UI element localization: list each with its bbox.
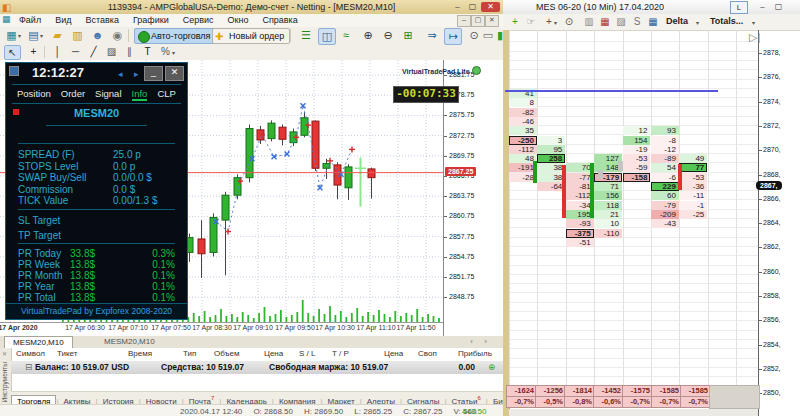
- broadcast-icon[interactable]: ◉: [110, 28, 125, 43]
- delta-cell[interactable]: 71: [594, 182, 622, 191]
- collapse-icon[interactable]: ⊟: [25, 361, 32, 374]
- maximize-button[interactable]: ▢: [466, 2, 479, 12]
- delta-cell[interactable]: -93: [566, 219, 594, 228]
- snapshot-icon[interactable]: S: [630, 15, 644, 29]
- delta-cell[interactable]: 156: [594, 191, 622, 200]
- vtp-tab-position[interactable]: Position: [17, 88, 51, 99]
- folder-icon[interactable]: ▰: [50, 28, 65, 43]
- delta-cell[interactable]: 95: [537, 145, 565, 154]
- toolbox-column-header[interactable]: Символ: [16, 349, 45, 358]
- cluster-minimize-button[interactable]: –: [756, 2, 769, 12]
- new-chart-dropdown-icon[interactable]: ▾: [18, 32, 21, 39]
- shift-chart-icon[interactable]: ⇒: [424, 28, 440, 43]
- delta-cell[interactable]: -112: [509, 145, 537, 154]
- new-chart-icon[interactable]: ▦: [4, 28, 19, 43]
- delta-cell[interactable]: -82: [509, 108, 537, 117]
- minimize-button[interactable]: –: [451, 2, 464, 12]
- virtualtradepad-panel[interactable]: 12:12:27 ◂ ▸ _ ✕ PositionOrderSignalInfo…: [5, 62, 188, 320]
- bars-chart-icon[interactable]: ☰: [298, 28, 314, 43]
- chart-tab[interactable]: MESM20,M10: [4, 336, 73, 348]
- delta-cell[interactable]: -46: [509, 117, 537, 126]
- table-icon[interactable]: ▦: [646, 15, 660, 29]
- delta-cell[interactable]: -89: [651, 154, 679, 163]
- market-depth-icon[interactable]: ▥: [70, 28, 85, 43]
- toolbox-column-header[interactable]: Цена: [264, 349, 283, 358]
- delta-cell[interactable]: -36: [679, 182, 707, 191]
- text-tool-icon[interactable]: T: [140, 45, 155, 58]
- toolbox-column-header[interactable]: S / L: [299, 349, 315, 358]
- bars-icon[interactable]: ▥: [582, 15, 596, 29]
- menu-Сервис[interactable]: Сервис: [176, 14, 221, 27]
- move-dropdown-icon[interactable]: ▾: [554, 19, 557, 26]
- profiles-icon[interactable]: ▤: [26, 28, 41, 43]
- delta-cell[interactable]: 258: [537, 154, 565, 163]
- candles-chart-icon[interactable]: ◫: [318, 28, 336, 45]
- toolbox-column-header[interactable]: Объем: [214, 349, 240, 358]
- channel-icon[interactable]: ∥: [122, 45, 137, 58]
- profiles-dropdown-icon[interactable]: ▾: [40, 32, 43, 39]
- delta-cell[interactable]: -250: [509, 136, 537, 145]
- delta-cell[interactable]: 118: [594, 201, 622, 210]
- menu-Вид[interactable]: Вид: [48, 14, 78, 27]
- cluster-titlebar[interactable]: MES 06-20 (10 Min) 17.04.2020 L – ▢: [503, 0, 800, 15]
- delta-cell[interactable]: -43: [651, 219, 679, 228]
- image-icon[interactable]: ▨: [614, 15, 628, 29]
- totals-dropdown[interactable]: Totals...: [710, 16, 743, 26]
- panel-minimize-button[interactable]: _: [144, 66, 163, 81]
- vtp-tab-clp[interactable]: CLP: [157, 88, 175, 99]
- toolbox-column-header[interactable]: Цена: [384, 349, 403, 358]
- delta-cell[interactable]: 35: [509, 126, 537, 135]
- crosshair-icon[interactable]: +: [26, 45, 41, 58]
- chart-tab[interactable]: MESM20,M10: [96, 336, 163, 347]
- fibo-icon[interactable]: ▨: [104, 45, 119, 58]
- line-chart-icon[interactable]: ≈: [338, 28, 354, 43]
- delta-cell[interactable]: -12: [651, 145, 679, 154]
- hand-icon[interactable]: ☞: [524, 15, 538, 29]
- close-button[interactable]: ✕: [481, 2, 500, 12]
- delta-cell[interactable]: -209: [651, 210, 679, 219]
- menu-Справка[interactable]: Справка: [255, 14, 304, 27]
- totals-dropdown-icon[interactable]: ▾: [752, 19, 755, 26]
- menu-Файл[interactable]: Файл: [12, 14, 48, 27]
- toolbox-column-header[interactable]: Тикет: [57, 349, 77, 358]
- delta-cell[interactable]: 10: [594, 219, 622, 228]
- delta-cell[interactable]: 8: [509, 98, 537, 107]
- cursor-icon[interactable]: ↖: [4, 45, 21, 60]
- link-button[interactable]: L: [730, 1, 748, 14]
- horizontal-line-icon[interactable]: ─: [68, 45, 83, 58]
- next-arrow-icon[interactable]: ▸: [134, 69, 139, 79]
- delta-cell[interactable]: 77: [679, 163, 707, 172]
- toolbox-column-header[interactable]: Время: [128, 349, 152, 358]
- delta-dropdown[interactable]: Delta: [666, 16, 688, 26]
- menu-Вставка[interactable]: Вставка: [78, 14, 125, 27]
- cluster-icon[interactable]: ▦: [598, 15, 612, 29]
- trendline-icon[interactable]: ╱: [86, 45, 101, 58]
- accounts-icon[interactable]: ☻: [90, 28, 105, 43]
- new-order-button[interactable]: Новый ордер✚: [212, 28, 290, 44]
- delta-cell[interactable]: 12: [623, 126, 651, 135]
- toolbox-column-header[interactable]: T / P: [332, 349, 349, 358]
- prev-arrow-icon[interactable]: ◂: [118, 69, 123, 79]
- delta-cell[interactable]: -79: [651, 201, 679, 210]
- toolbox-column-header[interactable]: Прибыль: [458, 349, 492, 358]
- vtp-tab-info[interactable]: Info: [132, 88, 148, 101]
- deposit-plus-icon[interactable]: ⊕: [488, 361, 495, 374]
- vtp-tab-order[interactable]: Order: [61, 88, 85, 99]
- toolbox-column-header[interactable]: Тип: [183, 349, 196, 358]
- delta-cell[interactable]: 54: [651, 163, 679, 172]
- delta-cell[interactable]: -6: [651, 173, 679, 182]
- shapes-icon[interactable]: %: [158, 45, 173, 58]
- mdi-restore-button[interactable]: ▢: [471, 15, 485, 27]
- delta-cell[interactable]: 60: [651, 191, 679, 200]
- delta-cell[interactable]: 21: [594, 210, 622, 219]
- auto-trading-button[interactable]: Авто-торговля: [134, 28, 216, 44]
- draw-icon[interactable]: +: [508, 15, 522, 29]
- zoom-icon[interactable]: ⊙: [562, 15, 576, 29]
- delta-cell[interactable]: 3: [537, 136, 565, 145]
- delta-cell[interactable]: 49: [679, 154, 707, 163]
- delta-cell[interactable]: -51: [566, 238, 594, 247]
- auto-scroll-icon[interactable]: ↦: [444, 28, 462, 45]
- mt5-titlebar[interactable]: ◧ 1139394 - AMPGlobalUSA-Demo: Демо-счет…: [0, 0, 503, 14]
- vtp-tab-signal[interactable]: Signal: [95, 88, 121, 99]
- vertical-line-icon[interactable]: │: [50, 45, 65, 58]
